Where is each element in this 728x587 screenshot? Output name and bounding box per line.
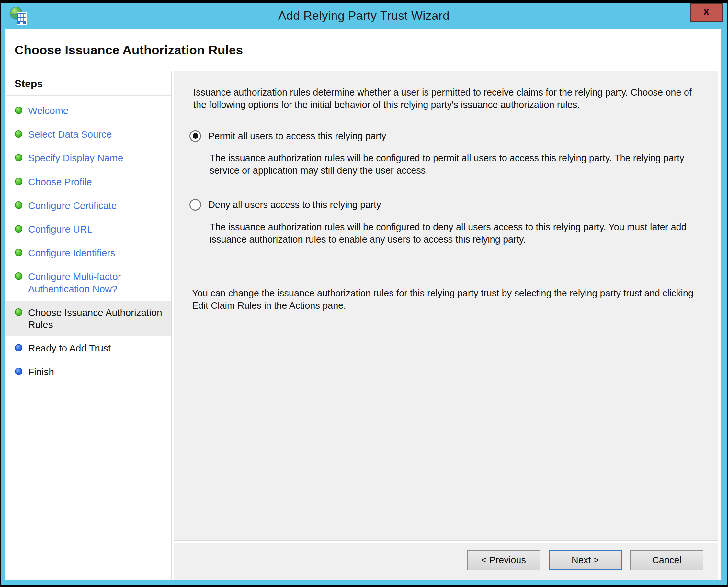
close-button[interactable]: x <box>690 3 723 22</box>
step-item[interactable]: Ready to Add Trust <box>5 336 171 360</box>
next-button[interactable]: Next > <box>549 550 622 570</box>
step-item[interactable]: Configure Identifiers <box>5 241 171 265</box>
steps-heading: Steps <box>5 78 171 90</box>
step-item[interactable]: Choose Profile <box>5 170 171 194</box>
step-label: Choose Profile <box>28 176 92 188</box>
step-status-icon <box>15 202 22 209</box>
steps-sidebar: Steps Welcome Select Data Source Specify… <box>5 71 172 580</box>
step-status-icon <box>15 178 22 185</box>
step-item[interactable]: Configure URL <box>5 217 171 241</box>
window-title: Add Relying Party Trust Wizard <box>1 9 727 23</box>
step-status-icon <box>15 154 22 161</box>
step-status-icon <box>15 368 22 375</box>
intro-text: Issuance authorization rules determine w… <box>193 86 707 111</box>
step-label: Select Data Source <box>28 128 112 140</box>
step-status-icon <box>15 273 22 280</box>
radio-option: Permit all users to access this relying … <box>190 130 707 177</box>
radio-button[interactable] <box>190 130 201 142</box>
button-bar: < Previous Next > Cancel <box>174 543 718 580</box>
step-status-icon <box>15 249 22 256</box>
radio-option-description: The issuance authorization rules will be… <box>210 221 707 246</box>
step-label: Configure Multi-factor Authentication No… <box>28 271 167 295</box>
radio-option-row[interactable]: Permit all users to access this relying … <box>190 130 707 142</box>
wizard-content: Issuance authorization rules determine w… <box>174 71 718 540</box>
step-label: Finish <box>28 366 54 378</box>
buttonbar-divider <box>174 540 718 543</box>
wizard-panel: Choose Issuance Authorization Rules Step… <box>5 29 721 580</box>
radio-option-row[interactable]: Deny all users access to this relying pa… <box>190 198 707 211</box>
step-item[interactable]: Select Data Source <box>5 122 171 146</box>
step-status-icon <box>15 308 22 316</box>
step-status-icon <box>15 130 22 138</box>
step-item[interactable]: Configure Multi-factor Authentication No… <box>5 265 171 300</box>
step-status-icon <box>15 225 22 233</box>
wizard-window: Add Relying Party Trust Wizard x Choose … <box>0 0 728 587</box>
step-status-icon <box>15 107 22 114</box>
titlebar: Add Relying Party Trust Wizard x <box>1 3 727 29</box>
cancel-button[interactable]: Cancel <box>630 550 703 570</box>
step-label: Specify Display Name <box>28 152 123 164</box>
step-status-icon <box>15 344 22 351</box>
radio-button[interactable] <box>190 199 201 211</box>
step-label: Ready to Add Trust <box>28 342 111 354</box>
step-label: Configure Certificate <box>28 199 117 212</box>
page-header: Choose Issuance Authorization Rules <box>5 29 721 71</box>
radio-option-description: The issuance authorization rules will be… <box>210 152 707 177</box>
step-item[interactable]: Welcome <box>5 99 171 122</box>
previous-button[interactable]: < Previous <box>467 550 540 570</box>
radio-option-label: Deny all users access to this relying pa… <box>208 198 381 211</box>
options-group: Permit all users to access this relying … <box>190 130 707 246</box>
step-label: Welcome <box>28 104 68 117</box>
step-item[interactable]: Finish <box>5 360 171 383</box>
radio-option-label: Permit all users to access this relying … <box>208 130 386 142</box>
page-title: Choose Issuance Authorization Rules <box>15 43 243 57</box>
step-item[interactable]: Choose Issuance Authorization Rules <box>5 301 171 336</box>
step-item[interactable]: Specify Display Name <box>5 146 171 170</box>
note-text: You can change the issuance authorizatio… <box>192 287 699 312</box>
step-item[interactable]: Configure Certificate <box>5 194 171 217</box>
step-label: Configure Identifiers <box>28 247 115 259</box>
steps-divider <box>6 95 171 96</box>
radio-option: Deny all users access to this relying pa… <box>190 198 707 245</box>
step-label: Choose Issuance Authorization Rules <box>28 306 167 330</box>
steps-list: Welcome Select Data Source Specify Displ… <box>5 99 171 383</box>
step-label: Configure URL <box>28 223 92 235</box>
